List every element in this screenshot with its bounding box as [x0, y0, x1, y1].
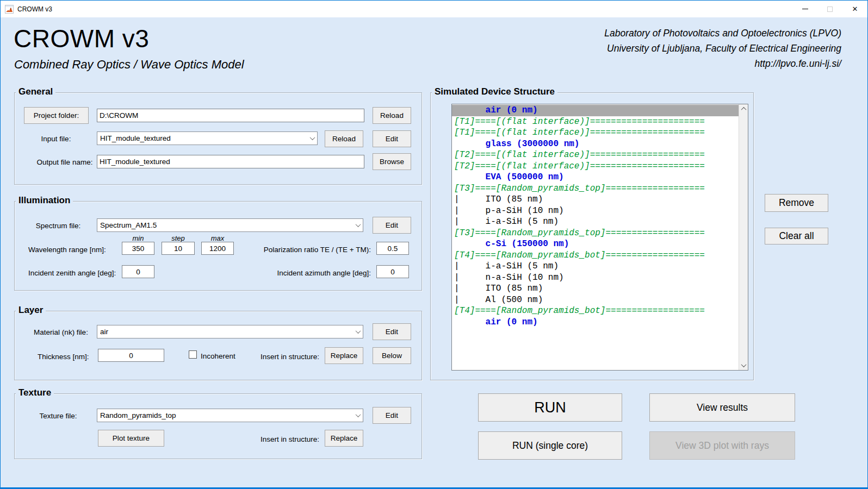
chevron-down-icon — [353, 409, 363, 422]
structure-item[interactable]: air (0 nm) — [452, 317, 739, 328]
general-panel: General Project folder: Reload Input fil… — [14, 92, 422, 185]
structure-listbox[interactable]: air (0 nm)[T1]====[(flat interface)]====… — [451, 104, 748, 371]
material-file-label: Material (nk) file: — [28, 328, 94, 336]
wavelength-range-label: Wavelength range [nm]: — [28, 246, 106, 254]
structure-item[interactable]: glass (3000000 nm) — [452, 139, 739, 150]
edit-material-button[interactable]: Edit — [373, 323, 411, 340]
material-file-value: air — [97, 328, 353, 336]
organization-info: Laboratory of Photovoltaics and Optoelec… — [604, 26, 841, 71]
structure-item[interactable]: [T1]====[(flat interface)]==============… — [452, 116, 739, 128]
thickness-field[interactable] — [98, 349, 164, 362]
structure-panel-title: Simulated Device Structure — [432, 86, 557, 97]
org-line-2: University of Ljubljana, Faculty of Elec… — [604, 41, 841, 56]
spectrum-file-label: Spectrum file: — [26, 222, 91, 230]
structure-scrollbar[interactable] — [739, 104, 748, 370]
spectrum-file-value: Spectrum_AM1.5 — [97, 221, 353, 229]
layer-panel-title: Layer — [16, 305, 46, 316]
minimize-button[interactable] — [792, 1, 817, 17]
structure-item[interactable]: [T4]====[Random_pyramids_bot]===========… — [452, 305, 739, 317]
texture-file-dropdown[interactable]: Random_pyramids_top — [97, 409, 363, 422]
org-line-3: http://lpvo.fe.uni-lj.si/ — [604, 56, 841, 71]
run-single-core-button[interactable]: RUN (single core) — [478, 431, 622, 460]
spectrum-file-dropdown[interactable]: Spectrum_AM1.5 — [97, 218, 363, 232]
output-file-label: Output file name: — [32, 158, 97, 166]
texture-file-label: Texture file: — [26, 412, 91, 420]
main-content: CROWM v3 Combined Ray Optics / Wave Opti… — [1, 17, 867, 488]
structure-item[interactable]: c-Si (150000 nm) — [452, 239, 739, 250]
reload-folder-button[interactable]: Reload — [373, 107, 411, 124]
structure-item[interactable]: | Al (500 nm) — [452, 294, 739, 306]
polarization-field[interactable] — [376, 242, 409, 255]
azimuth-angle-field[interactable] — [376, 265, 409, 278]
view-results-button[interactable]: View results — [649, 393, 795, 422]
wavelength-step-field[interactable] — [162, 242, 195, 255]
window-title: CROWM v3 — [17, 5, 792, 13]
browse-button[interactable]: Browse — [373, 153, 411, 170]
step-header: step — [162, 234, 195, 242]
page-subtitle: Combined Ray Optics / Wave Optics Model — [14, 58, 244, 72]
project-folder-button[interactable]: Project folder: — [24, 107, 89, 124]
zenith-angle-label: Incident zenith angle [deg]: — [28, 269, 116, 277]
incoherent-checkbox[interactable] — [189, 350, 197, 359]
chevron-down-icon — [353, 325, 363, 338]
structure-item[interactable]: | ITO (85 nm) — [452, 194, 739, 205]
maximize-icon — [827, 7, 833, 12]
remove-button[interactable]: Remove — [765, 194, 828, 212]
illumination-panel-title: Illumination — [16, 195, 73, 206]
zenith-angle-field[interactable] — [122, 265, 154, 278]
structure-item[interactable]: | i-a-SiH (5 nm) — [452, 216, 739, 228]
layer-insert-label: Insert in structure: — [238, 353, 319, 361]
edit-spectrum-button[interactable]: Edit — [373, 217, 411, 234]
input-file-value: HIT_module_textured — [97, 134, 307, 142]
clear-all-button[interactable]: Clear all — [765, 228, 828, 244]
minimize-icon — [802, 9, 808, 9]
max-header: max — [201, 234, 234, 242]
view-3d-plot-button[interactable]: View 3D plot with rays — [649, 431, 795, 460]
structure-item[interactable]: EVA (500000 nm) — [452, 172, 739, 183]
output-file-field[interactable] — [97, 155, 364, 168]
run-button[interactable]: RUN — [478, 393, 622, 422]
input-file-label: Input file: — [23, 135, 89, 143]
illumination-panel: Illumination Spectrum file: Spectrum_AM1… — [14, 201, 422, 291]
structure-item[interactable]: [T3]====[Random_pyramids_top]===========… — [452, 228, 739, 239]
reload-input-button[interactable]: Reload — [325, 130, 363, 147]
scroll-down-icon[interactable] — [739, 361, 748, 370]
incoherent-label: Incoherent — [201, 352, 235, 360]
edit-input-button[interactable]: Edit — [373, 130, 411, 147]
structure-item[interactable]: | n-a-SiH (10 nm) — [452, 272, 739, 284]
structure-item[interactable]: air (0 nm) — [452, 105, 739, 116]
structure-item[interactable]: [T4]====[Random_pyramids_bot]===========… — [452, 250, 739, 261]
structure-item[interactable]: [T3]====[Random_pyramids_top]===========… — [452, 183, 739, 195]
structure-item[interactable]: | ITO (85 nm) — [452, 283, 739, 294]
structure-list: air (0 nm)[T1]====[(flat interface)]====… — [452, 105, 739, 328]
chevron-down-icon — [353, 219, 363, 231]
structure-item[interactable]: [T1]====[(flat interface)]==============… — [452, 127, 739, 139]
project-folder-field[interactable] — [97, 109, 364, 122]
texture-replace-button[interactable]: Replace — [325, 430, 363, 447]
wavelength-min-field[interactable] — [122, 242, 154, 255]
texture-insert-label: Insert in structure: — [238, 435, 319, 443]
maximize-button[interactable] — [817, 1, 842, 17]
layer-below-button[interactable]: Below — [373, 347, 411, 364]
thickness-label: Thickness [nm]: — [38, 353, 89, 361]
structure-item[interactable]: [T2]====[(flat interface)]==============… — [452, 161, 739, 172]
polarization-label: Polarization ratio TE / (TE + TM): — [235, 246, 371, 254]
input-file-dropdown[interactable]: HIT_module_textured — [97, 131, 318, 145]
wavelength-max-field[interactable] — [201, 242, 234, 255]
close-button[interactable]: ✕ — [842, 1, 867, 17]
structure-item[interactable]: | p-a-SiH (10 nm) — [452, 205, 739, 217]
titlebar: CROWM v3 ✕ — [1, 1, 867, 17]
texture-panel: Texture Texture file: Random_pyramids_to… — [14, 393, 422, 459]
org-line-1: Laboratory of Photovoltaics and Optoelec… — [604, 26, 841, 41]
structure-item[interactable]: | i-a-SiH (5 nm) — [452, 261, 739, 272]
structure-item[interactable]: [T2]====[(flat interface)]==============… — [452, 149, 739, 161]
layer-replace-button[interactable]: Replace — [325, 347, 363, 364]
edit-texture-button[interactable]: Edit — [373, 407, 411, 424]
scroll-up-icon[interactable] — [739, 104, 748, 114]
material-file-dropdown[interactable]: air — [97, 325, 363, 338]
app-window: CROWM v3 ✕ CROWM v3 Combined Ray Optics … — [0, 0, 868, 489]
plot-texture-button[interactable]: Plot texture — [98, 430, 164, 447]
chevron-down-icon — [307, 132, 317, 145]
layer-panel: Layer Material (nk) file: air Edit Thick… — [14, 311, 422, 380]
close-icon: ✕ — [852, 5, 858, 12]
